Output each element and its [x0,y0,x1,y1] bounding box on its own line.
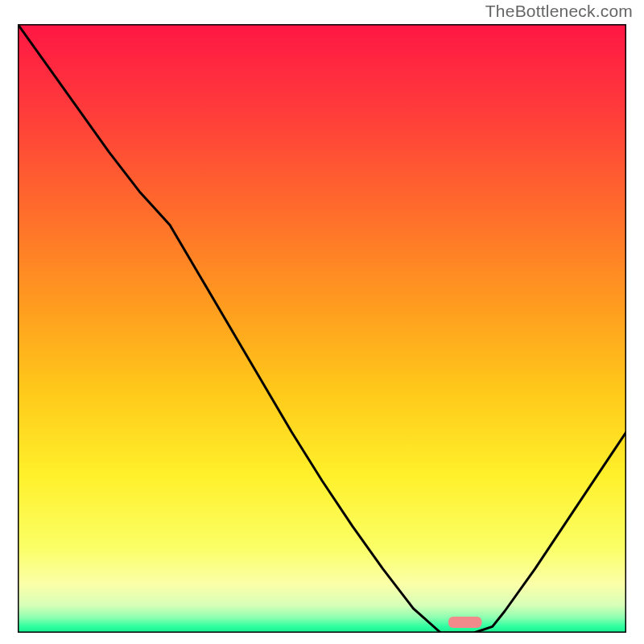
gradient-background [18,24,626,633]
chart-container: TheBottleneck.com [0,0,644,644]
optimal-marker [448,617,482,628]
chart-svg [18,24,626,633]
bottleneck-chart [18,24,626,633]
attribution-label: TheBottleneck.com [485,2,633,21]
